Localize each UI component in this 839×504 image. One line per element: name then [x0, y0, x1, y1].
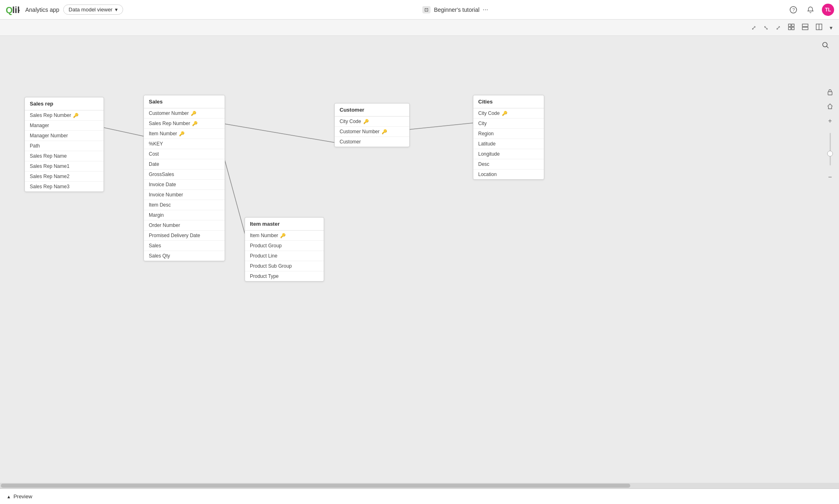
scrollbar-thumb[interactable]	[1, 484, 630, 488]
table-sales-rep: Sales rep Sales Rep Number 🔑 Manager Man…	[24, 97, 104, 192]
key-icon: 🔑	[191, 111, 197, 116]
help-button[interactable]: ?	[788, 4, 799, 15]
key-icon: 🔑	[179, 131, 185, 136]
svg-point-17	[823, 42, 827, 47]
field-city-code-c: City Code 🔑	[335, 117, 409, 127]
field-sales-rep-number: Sales Rep Number 🔑	[25, 110, 104, 121]
lock-icon[interactable]	[827, 89, 833, 97]
horizontal-scrollbar[interactable]	[0, 483, 839, 489]
zoom-slider[interactable]	[830, 133, 831, 165]
field-promised-delivery-date: Promised Delivery Date	[144, 231, 225, 241]
fit-icon[interactable]: ⤡	[762, 23, 770, 33]
key-icon: 🔑	[280, 233, 286, 238]
field-city-code-ci: City Code 🔑	[473, 108, 544, 119]
bell-icon	[807, 6, 814, 13]
field-manager-number: Manager Number	[25, 131, 104, 141]
chevron-down-toolbar-icon[interactable]: ▾	[828, 23, 834, 33]
svg-line-14	[222, 123, 338, 143]
table-sales-rep-title: Sales rep	[25, 97, 104, 110]
preview-bar[interactable]: ▲ Preview	[0, 489, 839, 504]
tutorial-section: ⊡ Beginner's tutorial ···	[422, 6, 488, 13]
field-latitude: Latitude	[473, 139, 544, 149]
svg-line-15	[408, 123, 476, 130]
table-cities: Cities City Code 🔑 City Region Latitude …	[473, 95, 544, 180]
zoom-in-button[interactable]: +	[828, 117, 832, 125]
svg-rect-10	[802, 27, 808, 30]
preview-text: Preview	[13, 493, 32, 500]
help-icon: ?	[790, 6, 797, 13]
field-sales-rep-name3: Sales Rep Name3	[25, 182, 104, 191]
field-product-type: Product Type	[245, 271, 324, 281]
svg-rect-9	[802, 24, 808, 26]
table-cities-title: Cities	[473, 95, 544, 108]
field-item-number-s: Item Number 🔑	[144, 129, 225, 139]
table-sales-title: Sales	[144, 95, 225, 108]
preview-label: ▲ Preview	[7, 493, 32, 500]
qlik-logo-icon: Q lik	[5, 2, 20, 17]
dropdown-button[interactable]: Data model viewer ▾	[63, 4, 123, 15]
table-customer-title: Customer	[335, 103, 409, 117]
svg-line-18	[827, 46, 829, 48]
toolbar-secondary: ⤢ ⤡ ⤢ ▾	[0, 20, 839, 36]
table-sales: Sales Customer Number 🔑 Sales Rep Number…	[144, 95, 225, 261]
data-model-canvas[interactable]: Sales rep Sales Rep Number 🔑 Manager Man…	[0, 36, 839, 483]
user-avatar[interactable]: TL	[822, 4, 834, 16]
field-customer-number: Customer Number 🔑	[144, 108, 225, 119]
side-panel-icons: + −	[827, 89, 833, 181]
key-icon: 🔑	[73, 113, 79, 118]
svg-rect-6	[792, 24, 794, 26]
topnav-center: ⊡ Beginner's tutorial ···	[127, 6, 784, 13]
field-manager: Manager	[25, 121, 104, 131]
field-sales-rep-name: Sales Rep Name	[25, 151, 104, 161]
svg-line-16	[222, 151, 248, 245]
field-longitude: Longitude	[473, 149, 544, 159]
svg-text:lik: lik	[12, 5, 20, 15]
field-sales-rep-name1: Sales Rep Name1	[25, 161, 104, 172]
home-icon[interactable]	[827, 103, 833, 111]
preview-arrow-icon: ▲	[7, 494, 11, 499]
field-cost: Cost	[144, 149, 225, 159]
dropdown-label: Data model viewer	[68, 7, 113, 13]
field-sales: Sales	[144, 241, 225, 251]
notification-button[interactable]	[805, 4, 816, 15]
svg-rect-7	[788, 27, 791, 30]
key-icon: 🔑	[502, 111, 508, 116]
field-invoice-date: Invoice Date	[144, 180, 225, 190]
layout1-icon[interactable]	[786, 22, 796, 33]
field-region: Region	[473, 129, 544, 139]
field-item-desc: Item Desc	[144, 200, 225, 210]
key-icon: 🔑	[192, 121, 198, 126]
top-navigation: Q lik Analytics app Data model viewer ▾ …	[0, 0, 839, 20]
field-desc: Desc	[473, 159, 544, 169]
layout2-icon[interactable]	[800, 22, 810, 33]
field-product-group: Product Group	[245, 241, 324, 251]
tutorial-label: Beginner's tutorial	[434, 7, 479, 13]
collapse-icon[interactable]: ⤢	[750, 23, 758, 33]
layout3-icon[interactable]	[814, 22, 824, 33]
field-sales-rep-number-s: Sales Rep Number 🔑	[144, 119, 225, 129]
expand-icon[interactable]: ⤢	[774, 23, 782, 33]
field-location: Location	[473, 169, 544, 179]
field-sales-qty: Sales Qty	[144, 251, 225, 261]
field-city: City	[473, 119, 544, 129]
topnav-right: ? TL	[788, 4, 834, 16]
table-item-master: Item master Item Number 🔑 Product Group …	[245, 217, 324, 282]
field-gross-sales: GrossSales	[144, 169, 225, 180]
table-customer: Customer City Code 🔑 Customer Number 🔑 C…	[334, 103, 410, 147]
canvas-area: Sales rep Sales Rep Number 🔑 Manager Man…	[0, 36, 839, 483]
key-icon: 🔑	[382, 129, 387, 134]
field-product-sub-group: Product Sub Group	[245, 261, 324, 271]
search-button[interactable]	[822, 42, 829, 51]
table-item-master-title: Item master	[245, 218, 324, 231]
zoom-thumb[interactable]	[827, 151, 833, 156]
field-margin: Margin	[144, 210, 225, 220]
key-icon: 🔑	[363, 119, 369, 124]
search-icon	[822, 42, 829, 49]
chevron-down-icon: ▾	[115, 7, 118, 13]
field-sales-rep-name2: Sales Rep Name2	[25, 172, 104, 182]
svg-text:Q: Q	[6, 5, 13, 15]
zoom-out-button[interactable]: −	[828, 174, 832, 181]
svg-rect-5	[788, 24, 791, 26]
more-options-icon[interactable]: ···	[483, 6, 488, 13]
connections-svg	[0, 36, 839, 483]
